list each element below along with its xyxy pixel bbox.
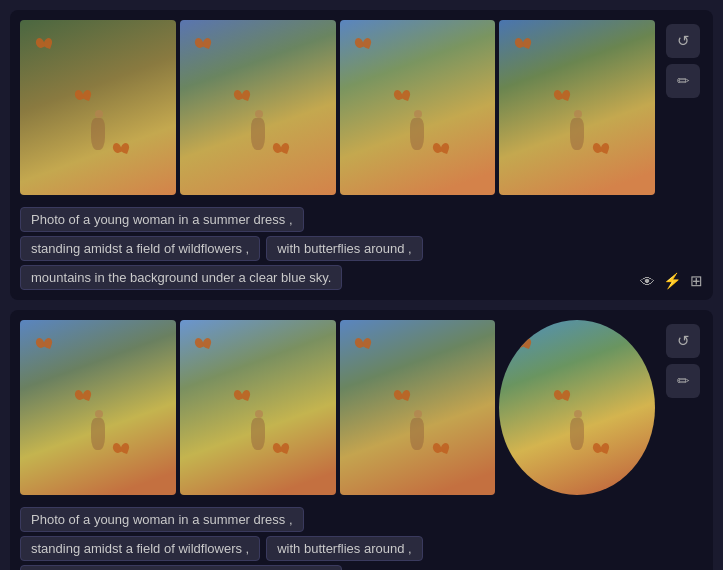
butterfly-icon <box>355 338 371 350</box>
refresh-button-1[interactable]: ↺ <box>666 24 700 58</box>
tag-2-2-2[interactable]: with butterflies around , <box>266 536 422 561</box>
refresh-button-2[interactable]: ↺ <box>666 324 700 358</box>
butterfly-icon <box>593 443 609 455</box>
butterfly-icon <box>36 338 52 350</box>
card-2: Photo of a young woman in a summer dress… <box>10 310 713 570</box>
butterfly-icon <box>515 38 531 50</box>
tag-1-2-1[interactable]: standing amidst a field of wildflowers , <box>20 236 260 261</box>
butterfly-icon <box>234 90 250 102</box>
image-2-3[interactable] <box>340 320 496 495</box>
butterfly-icon <box>195 338 211 350</box>
butterfly-icon <box>273 443 289 455</box>
butterfly-icon <box>75 390 91 402</box>
image-2-2[interactable] <box>180 320 336 495</box>
butterfly-icon <box>394 90 410 102</box>
butterfly-icon <box>36 38 52 50</box>
butterfly-icon <box>113 143 129 155</box>
tag-1-1-1[interactable]: Photo of a young woman in a summer dress… <box>20 207 304 232</box>
butterfly-icon <box>394 390 410 402</box>
images-row-1 <box>20 20 655 195</box>
tags-row-1-3: mountains in the background under a clea… <box>20 265 655 290</box>
image-1-4[interactable] <box>499 20 655 195</box>
image-2-4[interactable] <box>499 320 655 495</box>
tag-2-3-1[interactable]: mountains in the background under a clea… <box>20 565 342 570</box>
images-row-2 <box>20 320 655 495</box>
actions-col-1: ↺✏ <box>663 20 703 290</box>
card-content-2: Photo of a young woman in a summer dress… <box>20 320 655 570</box>
image-1-2[interactable] <box>180 20 336 195</box>
butterfly-icon <box>554 390 570 402</box>
grid-icon[interactable]: ⊞ <box>690 272 703 290</box>
tag-1-3-1[interactable]: mountains in the background under a clea… <box>20 265 342 290</box>
lightning-icon[interactable]: ⚡ <box>663 272 682 290</box>
image-1-1[interactable] <box>20 20 176 195</box>
image-1-3[interactable] <box>340 20 496 195</box>
tags-row-2-3: mountains in the background under a clea… <box>20 565 655 570</box>
edit-button-1[interactable]: ✏ <box>666 64 700 98</box>
card-content-1: Photo of a young woman in a summer dress… <box>20 20 655 290</box>
tags-row-1-1: Photo of a young woman in a summer dress… <box>20 207 655 232</box>
image-2-1[interactable] <box>20 320 176 495</box>
butterfly-icon <box>195 38 211 50</box>
butterfly-icon <box>234 390 250 402</box>
tag-2-1-1[interactable]: Photo of a young woman in a summer dress… <box>20 507 304 532</box>
actions-col-2: ↺✏ <box>663 320 703 570</box>
tags-section-1: Photo of a young woman in a summer dress… <box>20 207 655 290</box>
tag-1-2-2[interactable]: with butterflies around , <box>266 236 422 261</box>
butterfly-icon <box>515 338 531 350</box>
butterfly-icon <box>113 443 129 455</box>
butterfly-icon <box>273 143 289 155</box>
butterfly-icon <box>75 90 91 102</box>
edit-button-2[interactable]: ✏ <box>666 364 700 398</box>
main-container: Photo of a young woman in a summer dress… <box>0 0 723 570</box>
tag-2-2-1[interactable]: standing amidst a field of wildflowers , <box>20 536 260 561</box>
card-1: Photo of a young woman in a summer dress… <box>10 10 713 300</box>
bottom-icons-1: 👁⚡⊞ <box>640 272 703 290</box>
eye-icon[interactable]: 👁 <box>640 273 655 290</box>
butterfly-icon <box>433 443 449 455</box>
tags-row-2-2: standing amidst a field of wildflowers ,… <box>20 536 655 561</box>
tags-row-2-1: Photo of a young woman in a summer dress… <box>20 507 655 532</box>
butterfly-icon <box>433 143 449 155</box>
tags-section-2: Photo of a young woman in a summer dress… <box>20 507 655 570</box>
tags-row-1-2: standing amidst a field of wildflowers ,… <box>20 236 655 261</box>
butterfly-icon <box>554 90 570 102</box>
butterfly-icon <box>355 38 371 50</box>
butterfly-icon <box>593 143 609 155</box>
